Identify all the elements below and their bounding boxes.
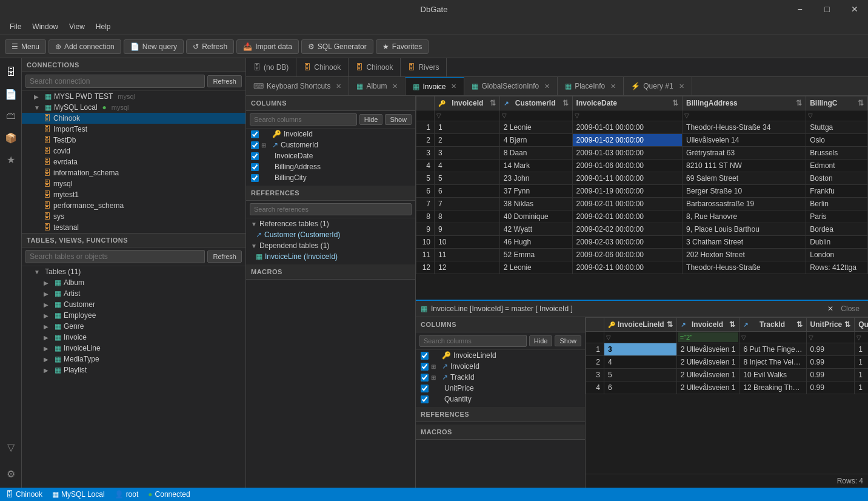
sidebar-icon-files[interactable]: 📄 (2, 85, 20, 103)
table-row[interactable]: 11 11 52 Emma 2009-02-06 00:00:00 202 Ho… (416, 249, 868, 261)
menu-file[interactable]: File (5, 21, 26, 33)
tables-refresh-button[interactable]: Refresh (207, 250, 242, 263)
table-row[interactable]: 7 7 38 Niklas 2009-02-01 00:00:00 Barbar… (416, 198, 868, 210)
menu-help[interactable]: Help (91, 21, 116, 33)
col-customerid-checkbox[interactable] (251, 141, 259, 149)
menu-button[interactable]: ☰ Menu (5, 39, 46, 54)
maximize-button[interactable]: □ (813, 0, 841, 18)
tab-keyboard-shortcuts[interactable]: ⌨ Keyboard Shortcuts ✕ (246, 77, 349, 95)
col-header-billingaddress[interactable]: BillingAddress ⇅ (683, 96, 806, 110)
close-bottom-panel-button[interactable]: Close (837, 303, 863, 314)
col-header-invoiceid-bottom[interactable]: ↗ InvoiceId ⇅ (676, 318, 739, 332)
db-mytest1[interactable]: 🗄 mytest1 (22, 189, 245, 200)
sidebar-icon-packages[interactable]: 📦 (2, 129, 20, 147)
close-button[interactable]: ✕ (841, 0, 868, 18)
tables-group[interactable]: ▼ Tables (11) (22, 266, 245, 277)
table-row[interactable]: 12 12 2 Leonie 2009-02-11 00:00:00 Theod… (416, 261, 868, 274)
show-button[interactable]: Show (385, 114, 412, 125)
col-billingcity-checkbox[interactable] (251, 174, 259, 182)
db-evrdata[interactable]: 🗄 evrdata (22, 156, 245, 167)
db-sys[interactable]: 🗄 sys (22, 211, 245, 222)
sidebar-icon-filter[interactable]: ▽ (2, 438, 20, 456)
search-connection-input[interactable] (25, 75, 205, 88)
sidebar-icon-tables[interactable]: 🗃 (2, 107, 20, 125)
db-testdb[interactable]: 🗄 TestDb (22, 135, 245, 146)
bottom-hide-button[interactable]: Hide (529, 335, 553, 346)
bottom-grid-container[interactable]: 🔑 InvoiceLineId ⇅ ↗ (586, 317, 868, 474)
hide-button[interactable]: Hide (359, 114, 383, 125)
col-header-invoicedate[interactable]: InvoiceDate ⇅ (572, 96, 682, 110)
db-chinook[interactable]: 🗄 Chinook (22, 113, 245, 124)
sidebar-icon-connections[interactable]: 🗄 (2, 63, 20, 81)
col-header-customerid[interactable]: ↗ CustomerId ⇅ (499, 96, 572, 110)
connection-mysql-local[interactable]: ▼ ▦ MySQL Local ● mysql (22, 102, 245, 113)
tab-query1[interactable]: ⚡ Query #1 ✕ (624, 77, 692, 95)
tab-close-shortcuts[interactable]: ✕ (336, 82, 341, 90)
table-employee[interactable]: ▶ ▦ Employee (22, 310, 245, 321)
db-importtest[interactable]: 🗄 ImportTest (22, 124, 245, 135)
tab-close-album[interactable]: ✕ (392, 82, 398, 90)
bottom-col-trackid-checkbox[interactable] (421, 374, 429, 382)
search-columns-input[interactable] (250, 113, 357, 126)
tab-close-globalsectioninfo[interactable]: ✕ (544, 82, 550, 90)
tab-close-placeinfo[interactable]: ✕ (610, 82, 616, 90)
sidebar-icon-favorites[interactable]: ★ (2, 150, 20, 169)
col-billingaddress-checkbox[interactable] (251, 163, 259, 171)
col-header-invoicelineid[interactable]: 🔑 InvoiceLineId ⇅ (604, 318, 677, 332)
tab-invoice[interactable]: ▦ Invoice ✕ (406, 77, 464, 95)
db-covid[interactable]: 🗄 covid (22, 146, 245, 156)
ref-customer[interactable]: ↗ Customer (CustomerId) (246, 229, 415, 240)
table-invoiceline[interactable]: ▶ ▦ InvoiceLine (22, 343, 245, 354)
filter-invoiceid-input[interactable] (678, 332, 739, 342)
table-mediatype[interactable]: ▶ ▦ MediaType (22, 354, 245, 365)
db-performance-schema[interactable]: 🗄 performance_schema (22, 200, 245, 211)
table-artist[interactable]: ▶ ▦ Artist (22, 288, 245, 299)
add-connection-button[interactable]: ⊕ Add connection (48, 39, 121, 54)
menu-view[interactable]: View (64, 21, 90, 33)
table-row[interactable]: 1 1 2 Leonie 2009-01-01 00:00:00 Theodor… (416, 121, 868, 134)
bottom-col-quantity-checkbox[interactable] (421, 395, 429, 403)
table-playlist[interactable]: ▶ ▦ Playlist (22, 365, 245, 375)
bottom-col-unitprice-checkbox[interactable] (421, 385, 429, 392)
tab-placeinfo[interactable]: ▦ PlaceInfo ✕ (558, 77, 624, 95)
search-bottom-columns-input[interactable] (419, 335, 527, 347)
table-row[interactable]: 10 10 46 Hugh 2009-02-03 00:00:00 3 Chat… (416, 236, 868, 249)
table-row[interactable]: 1 3 2 Ullevålsveien 1 6 Put The Finge… 0… (586, 343, 869, 356)
col-header-unitprice[interactable]: UnitPrice ⇅ (806, 318, 855, 332)
tab-chinook-1[interactable]: 🗄 Chinook (296, 58, 349, 76)
tab-close-invoice[interactable]: ✕ (451, 82, 456, 90)
db-testanal[interactable]: 🗄 testanal (22, 222, 245, 233)
table-row[interactable]: 2 2 4 Bjørn 2009-01-02 00:00:00 Ullevåls… (416, 134, 868, 147)
connection-mysl-pwd-test[interactable]: ▶ ▦ MYSL PWD TEST mysql (22, 91, 245, 102)
table-genre[interactable]: ▶ ▦ Genre (22, 321, 245, 332)
table-customer[interactable]: ▶ ▦ Customer (22, 299, 245, 310)
table-row[interactable]: 5 5 23 John 2009-01-11 00:00:00 69 Salem… (416, 172, 868, 185)
bottom-col-invoicelineid-checkbox[interactable] (421, 352, 429, 360)
tab-globalsectioninfo[interactable]: ▦ GlobalSectionInfo ✕ (464, 77, 558, 95)
col-header-billingcity[interactable]: BillingC ⇅ (806, 96, 868, 110)
connections-refresh-button[interactable]: Refresh (207, 75, 242, 87)
tab-album[interactable]: ▦ Album ✕ (349, 77, 406, 95)
tab-rivers[interactable]: 🗄 Rivers (401, 58, 447, 76)
tab-close-query1[interactable]: ✕ (679, 82, 684, 90)
table-row[interactable]: 2 4 2 Ullevålsveien 1 8 Inject The Vei… … (586, 356, 869, 369)
search-tables-input[interactable] (25, 250, 205, 263)
col-header-trackid[interactable]: ↗ TrackId ⇅ (739, 318, 806, 332)
db-mysql[interactable]: 🗄 mysql (22, 178, 245, 189)
table-row[interactable]: 3 3 8 Daan 2009-01-03 00:00:00 Grétrystr… (416, 147, 868, 160)
tab-nodb[interactable]: 🗄 (no DB) (246, 58, 296, 76)
table-invoice[interactable]: ▶ ▦ Invoice (22, 332, 245, 343)
table-row[interactable]: 9 9 42 Wyatt 2009-02-02 00:00:00 9, Plac… (416, 223, 868, 236)
new-query-button[interactable]: 📄 New query (124, 39, 184, 54)
col-header-quantity[interactable]: Quantity ⇅ (855, 318, 868, 332)
table-album[interactable]: ▶ ▦ Album (22, 277, 245, 288)
col-header-invoiceid[interactable]: 🔑 InvoiceId ⇅ (435, 96, 500, 110)
favorites-button[interactable]: ★ Favorites (376, 39, 429, 54)
menu-window[interactable]: Window (27, 21, 63, 33)
table-row[interactable]: 3 5 2 Ullevålsveien 1 10 Evil Walks 0.99… (586, 369, 869, 382)
sql-generator-button[interactable]: ⚙ SQL Generator (301, 39, 373, 54)
minimize-button[interactable]: − (786, 0, 813, 18)
refresh-button[interactable]: ↺ Refresh (186, 39, 234, 54)
bottom-col-invoiceid-checkbox[interactable] (421, 363, 429, 371)
dep-invoiceline[interactable]: ▦ InvoiceLine (InvoiceId) (246, 251, 415, 262)
